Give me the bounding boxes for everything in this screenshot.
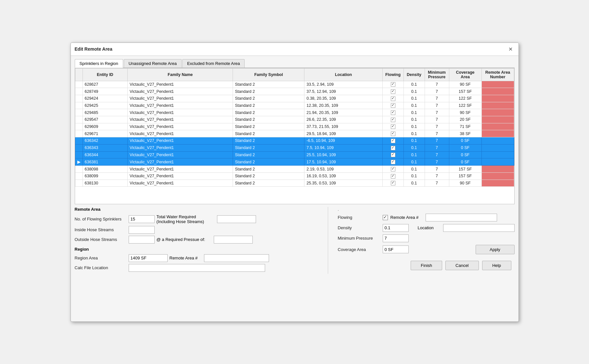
flowing-cell[interactable]: [382, 172, 403, 180]
flowing-checkbox-cell[interactable]: [391, 139, 395, 143]
outside-hose-input[interactable]: [129, 236, 155, 244]
flowing-cell[interactable]: [382, 137, 403, 144]
region-area-input[interactable]: [129, 254, 168, 262]
density-cell: 0.1: [403, 180, 425, 187]
tab-excluded-from-remote-area[interactable]: Excluded from Remote Area: [182, 59, 245, 68]
flowing-checkbox-cell[interactable]: [391, 174, 395, 179]
row-arrow: [75, 130, 83, 137]
at-pressure-input[interactable]: [214, 236, 253, 244]
sprinkler-table-body: 628627Victaulic_V27_Pendent1Standard 233…: [75, 81, 514, 187]
family-symbol-cell: Standard 2: [233, 151, 304, 158]
entity-id-cell: 628749: [83, 88, 128, 95]
table-row[interactable]: 628627Victaulic_V27_Pendent1Standard 233…: [75, 81, 514, 88]
tab-sprinklers-in-region[interactable]: Sprinkliers in Region: [75, 59, 123, 68]
flowing-cell[interactable]: [382, 144, 403, 151]
table-row[interactable]: 638130Victaulic_V27_Pendent1Standard 225…: [75, 180, 514, 187]
table-row[interactable]: 629424Victaulic_V27_Pendent1Standard 20.…: [75, 95, 514, 102]
flowing-cell[interactable]: [382, 166, 403, 173]
min-pressure-cell: 7: [425, 123, 449, 130]
min-pressure-cell: 7: [425, 166, 449, 173]
table-row[interactable]: 638099Victaulic_V27_Pendent1Standard 216…: [75, 172, 514, 180]
coverage-area-cell: 0 SF: [449, 151, 481, 158]
table-row[interactable]: 629425Victaulic_V27_Pendent1Standard 212…: [75, 102, 514, 109]
family-name-cell: Victaulic_V27_Pendent1: [128, 109, 233, 116]
flowing-cell[interactable]: [382, 151, 403, 158]
inside-hose-input[interactable]: [129, 226, 155, 234]
flowing-checkbox-cell[interactable]: [391, 160, 395, 164]
flowing-cell[interactable]: [382, 116, 403, 123]
table-row[interactable]: 636343Victaulic_V27_Pendent1Standard 27.…: [75, 144, 514, 151]
coverage-area-cell: 71 SF: [449, 123, 481, 130]
flowing-checkbox-cell[interactable]: [391, 110, 395, 115]
location-input[interactable]: [443, 224, 515, 232]
density-cell: 0.1: [403, 88, 425, 95]
flowing-checkbox[interactable]: [383, 215, 388, 220]
row-arrow: [75, 144, 83, 151]
coverage-area-input[interactable]: [383, 245, 409, 253]
coverage-area-cell: 90 SF: [449, 109, 481, 116]
family-symbol-cell: Standard 2: [233, 172, 304, 180]
apply-button[interactable]: Apply: [476, 245, 515, 254]
min-pressure-cell: 7: [425, 158, 449, 166]
coverage-area-cell: 90 SF: [449, 81, 481, 88]
table-row[interactable]: 629671Victaulic_V27_Pendent1Standard 229…: [75, 130, 514, 137]
family-symbol-cell: Standard 2: [233, 116, 304, 123]
flowing-cell[interactable]: [382, 102, 403, 109]
flowing-label: Flowing: [338, 215, 380, 220]
no-flowing-input[interactable]: [129, 215, 155, 223]
flowing-cell[interactable]: [382, 158, 403, 166]
flowing-checkbox-cell[interactable]: [391, 82, 395, 87]
min-pressure-cell: 7: [425, 144, 449, 151]
entity-id-cell: 629485: [83, 109, 128, 116]
table-row[interactable]: ▶636381Victaulic_V27_Pendent1Standard 21…: [75, 158, 514, 166]
flowing-cell[interactable]: [382, 109, 403, 116]
finish-button[interactable]: Finish: [411, 261, 442, 270]
flowing-checkbox-cell[interactable]: [391, 89, 395, 94]
th-min-pressure: Minimum Pressure: [425, 68, 449, 81]
total-water-input[interactable]: [217, 215, 256, 223]
flowing-cell[interactable]: [382, 88, 403, 95]
flowing-checkbox-cell[interactable]: [391, 124, 395, 129]
close-button[interactable]: ✕: [506, 45, 515, 53]
flowing-checkbox-cell[interactable]: [391, 167, 395, 171]
remote-area-number-cell: [481, 95, 514, 102]
flowing-cell[interactable]: [382, 95, 403, 102]
remote-area-number-cell: [481, 151, 514, 158]
flowing-cell[interactable]: [382, 180, 403, 187]
table-row[interactable]: 629547Victaulic_V27_Pendent1Standard 226…: [75, 116, 514, 123]
flowing-checkbox-cell[interactable]: [391, 96, 395, 101]
tab-unassigned-remote-area[interactable]: Unassigned Remote Area: [124, 59, 182, 68]
flowing-cell[interactable]: [382, 130, 403, 137]
table-row[interactable]: 638098Victaulic_V27_Pendent1Standard 22.…: [75, 166, 514, 173]
calc-file-input[interactable]: [129, 264, 265, 272]
density-cell: 0.1: [403, 144, 425, 151]
remote-area-num-right-input[interactable]: [426, 214, 497, 221]
location-cell: 17.5, 10.94, 109: [304, 158, 382, 166]
cancel-button[interactable]: Cancel: [445, 261, 479, 270]
min-pressure-cell: 7: [425, 130, 449, 137]
table-row[interactable]: 636344Victaulic_V27_Pendent1Standard 225…: [75, 151, 514, 158]
coverage-area-cell: 157 SF: [449, 172, 481, 180]
flowing-checkbox-cell[interactable]: [391, 118, 395, 122]
flowing-checkbox-cell[interactable]: [391, 103, 395, 108]
density-cell: 0.1: [403, 102, 425, 109]
flowing-checkbox-cell[interactable]: [391, 132, 395, 136]
table-row[interactable]: 629609Victaulic_V27_Pendent1Standard 237…: [75, 123, 514, 130]
region-remote-area-num-input[interactable]: [204, 254, 269, 262]
flowing-checkbox-cell[interactable]: [391, 146, 395, 150]
table-row[interactable]: 629485Victaulic_V27_Pendent1Standard 221…: [75, 109, 514, 116]
family-symbol-cell: Standard 2: [233, 180, 304, 187]
location-cell: 7.5, 10.94, 109: [304, 144, 382, 151]
density-input[interactable]: [383, 224, 409, 232]
edit-remote-area-dialog: Edit Remote Area ✕ Sprinkliers in Region…: [70, 43, 519, 322]
row-arrow: [75, 95, 83, 102]
flowing-checkbox-cell[interactable]: [391, 181, 395, 185]
flowing-cell[interactable]: [382, 123, 403, 130]
table-row[interactable]: 628749Victaulic_V27_Pendent1Standard 237…: [75, 88, 514, 95]
row-arrow: [75, 102, 83, 109]
help-button[interactable]: Help: [482, 261, 511, 270]
min-pressure-right-input[interactable]: [383, 234, 409, 242]
flowing-cell[interactable]: [382, 81, 403, 88]
flowing-checkbox-cell[interactable]: [391, 153, 395, 157]
table-row[interactable]: 636342Victaulic_V27_Pendent1Standard 2-6…: [75, 137, 514, 144]
